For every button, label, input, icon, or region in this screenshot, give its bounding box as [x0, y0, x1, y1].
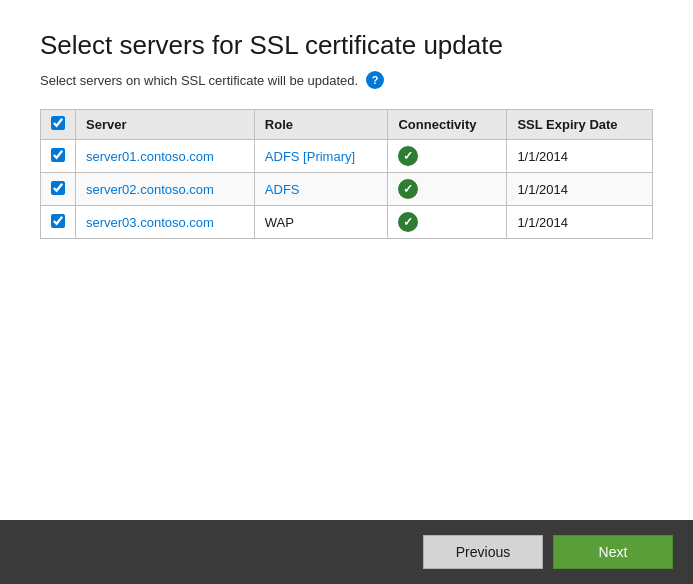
table-row: server01.contoso.comADFS [Primary]✓1/1/2…	[41, 140, 653, 173]
check-circle-icon: ✓	[398, 212, 418, 232]
row-role: ADFS [Primary]	[254, 140, 388, 173]
col-header-connectivity: Connectivity	[388, 110, 507, 140]
role-label: WAP	[265, 215, 294, 230]
row-server: server01.contoso.com	[76, 140, 255, 173]
row-checkbox-2[interactable]	[51, 214, 65, 228]
col-header-checkbox	[41, 110, 76, 140]
connectivity-status: ✓	[398, 212, 418, 232]
col-header-role: Role	[254, 110, 388, 140]
row-connectivity: ✓	[388, 206, 507, 239]
check-circle-icon: ✓	[398, 179, 418, 199]
server-link[interactable]: server03.contoso.com	[86, 215, 214, 230]
row-checkbox-cell	[41, 140, 76, 173]
row-server: server03.contoso.com	[76, 206, 255, 239]
main-content: Select servers for SSL certificate updat…	[0, 0, 693, 520]
server-link[interactable]: server02.contoso.com	[86, 182, 214, 197]
next-button[interactable]: Next	[553, 535, 673, 569]
footer-bar: Previous Next	[0, 520, 693, 584]
row-server: server02.contoso.com	[76, 173, 255, 206]
previous-button[interactable]: Previous	[423, 535, 543, 569]
row-role: WAP	[254, 206, 388, 239]
role-label: ADFS [Primary]	[265, 149, 355, 164]
server-table: Server Role Connectivity SSL Expiry Date…	[40, 109, 653, 239]
subtitle-text: Select servers on which SSL certificate …	[40, 73, 358, 88]
table-row: server02.contoso.comADFS✓1/1/2014	[41, 173, 653, 206]
role-label: ADFS	[265, 182, 300, 197]
connectivity-status: ✓	[398, 179, 418, 199]
row-ssl-expiry: 1/1/2014	[507, 173, 653, 206]
table-row: server03.contoso.comWAP✓1/1/2014	[41, 206, 653, 239]
col-header-server: Server	[76, 110, 255, 140]
row-connectivity: ✓	[388, 173, 507, 206]
check-circle-icon: ✓	[398, 146, 418, 166]
row-checkbox-0[interactable]	[51, 148, 65, 162]
row-ssl-expiry: 1/1/2014	[507, 140, 653, 173]
row-checkbox-cell	[41, 206, 76, 239]
server-link[interactable]: server01.contoso.com	[86, 149, 214, 164]
row-role: ADFS	[254, 173, 388, 206]
row-checkbox-1[interactable]	[51, 181, 65, 195]
row-connectivity: ✓	[388, 140, 507, 173]
connectivity-status: ✓	[398, 146, 418, 166]
col-header-ssl-expiry: SSL Expiry Date	[507, 110, 653, 140]
row-ssl-expiry: 1/1/2014	[507, 206, 653, 239]
help-icon[interactable]: ?	[366, 71, 384, 89]
select-all-checkbox[interactable]	[51, 116, 65, 130]
page-title: Select servers for SSL certificate updat…	[40, 30, 653, 61]
row-checkbox-cell	[41, 173, 76, 206]
subtitle-row: Select servers on which SSL certificate …	[40, 71, 653, 89]
